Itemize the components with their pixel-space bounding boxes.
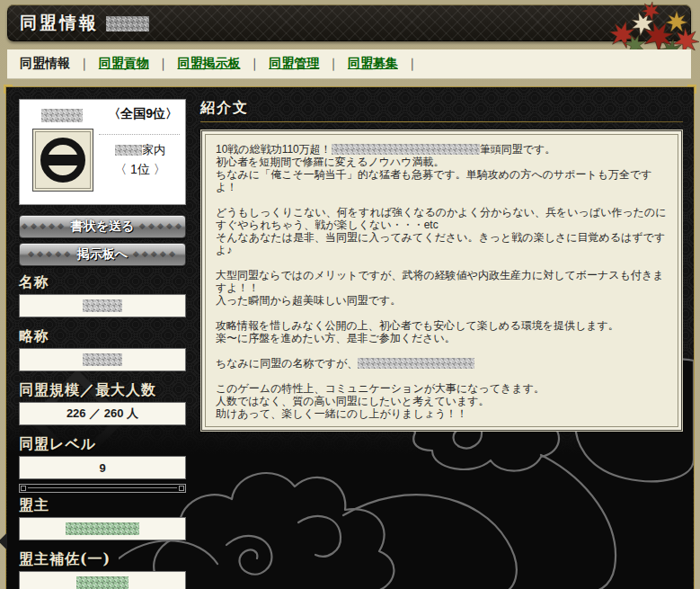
introduction-section: 紹介文 10戦の総戦功110万超！筆頭同盟です。 初心者を短期間で修羅に変えるノ… — [200, 99, 683, 432]
page-title-bar: 同盟情報 — [7, 4, 691, 41]
page-title: 同盟情報 — [20, 12, 99, 35]
alliance-emblem-frame — [35, 131, 91, 189]
redacted-abbreviation-value — [83, 353, 122, 366]
abbreviation-label: 略称 — [19, 327, 186, 345]
intro-paragraph: ちなみに同盟の名称ですが、 — [216, 357, 668, 370]
nav-separator: ｜ — [248, 56, 261, 72]
alliance-profile-card: 〈全国9位〉 家内 〈 1位 〉 — [19, 99, 186, 205]
field-level: 同盟レベル 9 — [19, 435, 186, 479]
scrollbar-right-cap[interactable] — [179, 486, 184, 491]
intro-paragraph: 大型同盟ならではのメリットですが、武将の経験値や内政生産力に対してボーナスも付き… — [216, 269, 668, 307]
diamond-ornament — [138, 222, 183, 231]
field-size: 同盟規模／最大人数 226 ／ 260 人 — [19, 381, 186, 425]
redacted-deputy-name-link[interactable] — [76, 576, 128, 589]
field-name: 名称 — [19, 273, 186, 317]
redacted-leader-name-link[interactable] — [66, 522, 139, 535]
tab-alliance-manage[interactable]: 同盟管理 — [269, 56, 319, 72]
tab-alliance-recruit[interactable]: 同盟募集 — [348, 56, 398, 72]
send-letter-label: 書状を送る — [71, 219, 135, 235]
main-panel: 〈全国9位〉 家内 〈 1位 〉 書状を送る 掲示板へ — [5, 86, 695, 589]
alliance-emblem — [32, 129, 93, 192]
nav-separator: ｜ — [406, 56, 419, 72]
corner-ornament — [687, 85, 696, 94]
nav-separator: ｜ — [78, 56, 91, 72]
tab-alliance-board[interactable]: 同盟掲示板 — [177, 56, 240, 72]
redacted-alliance-name-title — [106, 16, 149, 31]
intro-paragraph: 攻略情報を惜しみなく公開の上、初心者でも安心して楽しめる環境を提供します。 楽〜… — [216, 319, 668, 344]
intro-paragraph: このゲームの特性上、コミュニケーションが大事になってきます。 人数ではなく、質の… — [216, 382, 668, 420]
name-label: 名称 — [19, 273, 186, 291]
diamond-ornament — [21, 222, 66, 231]
family-rank: 〈 1位 〉 — [97, 162, 183, 178]
introduction-text-box: 10戦の総戦功110万超！筆頭同盟です。 初心者を短期間で修羅に変えるノウハウ満… — [200, 129, 683, 432]
intro-paragraph: 10戦の総戦功110万超！筆頭同盟です。 初心者を短期間で修羅に変えるノウハウ満… — [216, 143, 668, 193]
deputy-label: 盟主補佐(一) — [19, 550, 186, 568]
family-line: 家内 — [97, 142, 183, 158]
introduction-heading: 紹介文 — [200, 99, 683, 117]
size-label: 同盟規模／最大人数 — [19, 381, 186, 399]
alliance-sidebar: 〈全国9位〉 家内 〈 1位 〉 書状を送る 掲示板へ — [19, 99, 186, 589]
family-suffix: 家内 — [142, 143, 165, 156]
tab-alliance-info: 同盟情報 — [20, 56, 70, 72]
alliance-info-page: 同盟情報 同盟情報 ｜ 同盟貢物 ｜ 同盟掲示板 ｜ 同盟管理 ｜ 同盟募集 ｜ — [0, 0, 700, 589]
corner-ornament — [4, 85, 13, 94]
alliance-nav: 同盟情報 ｜ 同盟貢物 ｜ 同盟掲示板 ｜ 同盟管理 ｜ 同盟募集 ｜ — [7, 49, 691, 79]
scrollbar-left-cap[interactable] — [21, 486, 26, 491]
to-board-button[interactable]: 掲示板へ — [19, 243, 186, 266]
diamond-ornament — [27, 250, 72, 259]
field-deputy: 盟主補佐(一) — [19, 550, 186, 589]
horizontal-scrollbar[interactable] — [19, 484, 186, 493]
national-rank: 〈全国9位〉 — [108, 106, 178, 122]
intro-paragraph: どうもしっくりこない、何をすれば強くなるのかよく分からない、兵をいっぱい作ったの… — [216, 206, 668, 256]
field-abbreviation: 略称 — [19, 327, 186, 371]
redacted-name-value — [83, 299, 122, 312]
size-value-box: 226 ／ 260 人 — [19, 402, 186, 425]
level-label: 同盟レベル — [19, 435, 186, 453]
deputy-value-box — [19, 571, 186, 589]
nav-separator: ｜ — [157, 56, 170, 72]
redacted-alliance-name — [41, 109, 83, 122]
abbreviation-value-box — [19, 348, 186, 371]
dotted-divider — [99, 134, 180, 135]
redacted-alliance-name-inline — [332, 144, 480, 155]
leader-label: 盟主 — [19, 496, 186, 514]
send-letter-button[interactable]: 書状を送る — [19, 215, 186, 238]
diamond-ornament — [132, 250, 177, 259]
gold-rule — [200, 121, 683, 122]
ring-and-bar-crest-icon — [40, 138, 85, 183]
redacted-alliance-name-inline — [358, 358, 474, 369]
nav-separator: ｜ — [327, 56, 340, 72]
tab-alliance-tribute[interactable]: 同盟貢物 — [99, 56, 149, 72]
to-board-label: 掲示板へ — [77, 246, 128, 263]
redacted-family-name — [115, 145, 142, 156]
field-leader: 盟主 — [19, 496, 186, 540]
leader-value-box — [19, 517, 186, 540]
level-value-box: 9 — [19, 456, 186, 479]
name-value-box — [19, 294, 186, 317]
